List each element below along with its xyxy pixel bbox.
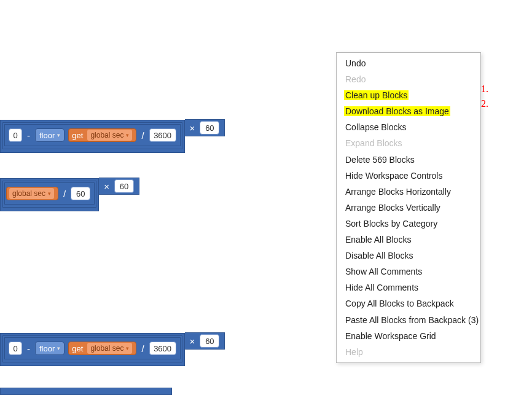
get-variable-block[interactable]: get global sec ▾ [68,342,136,355]
floor-label: floor [39,131,55,140]
menu-item[interactable]: Collapse Blocks [337,119,480,135]
block-row-1: 0 - floor ▾ get global sec ▾ / 3600 [0,120,225,153]
minus-operator: - [26,343,31,354]
menu-item[interactable]: Delete 569 Blocks [337,152,480,168]
variable-dropdown[interactable]: global sec ▾ [9,188,54,199]
get-label: get [71,344,85,353]
number-input[interactable]: 60 [71,187,90,200]
menu-item[interactable]: Undo [337,55,480,71]
floor-dropdown[interactable]: floor ▾ [35,128,65,142]
chevron-down-icon: ▾ [48,190,51,197]
menu-item: Redo [337,71,480,87]
menu-item[interactable]: Copy All Blocks to Backpack [337,295,480,311]
block-row-2: global sec ▾ / 60 × 60 [0,178,139,211]
times-operator: × [189,336,197,346]
floor-dropdown[interactable]: floor ▾ [35,342,65,355]
math-expression-block[interactable]: 0 - floor ▾ get global sec ▾ / 3600 [4,124,181,146]
annotation-2: 2. [481,98,488,109]
get-variable-block[interactable]: global sec ▾ [6,187,58,200]
menu-item[interactable]: Paste All Blocks from Backpack (3) [337,312,480,328]
menu-item[interactable]: Arrange Blocks Vertically [337,200,480,216]
floor-label: floor [39,344,55,353]
multiply-tail-block[interactable]: × 60 [99,178,139,195]
menu-item[interactable]: Download Blocks as Image [337,103,480,119]
variable-dropdown[interactable]: global sec ▾ [87,130,132,141]
menu-item: Expand Blocks [337,135,480,151]
menu-item[interactable]: Enable All Blocks [337,232,480,248]
workspace-context-menu: UndoRedoClean up BlocksDownload Blocks a… [336,52,481,363]
number-input[interactable]: 60 [114,179,134,193]
menu-item[interactable]: Enable Workspace Grid [337,328,480,344]
menu-item[interactable]: Arrange Blocks Horizontally [337,184,480,200]
multiply-tail-block[interactable]: × 60 [185,119,225,136]
divide-operator: / [140,130,145,141]
chevron-down-icon: ▾ [126,345,129,351]
chevron-down-icon: ▾ [126,132,129,138]
number-input[interactable]: 60 [200,121,219,135]
math-expression-block[interactable]: global sec ▾ / 60 [4,182,95,205]
multiply-tail-block[interactable]: × 60 [185,332,225,350]
menu-item: Help [337,344,480,360]
menu-item[interactable]: Sort Blocks by Category [337,216,480,232]
divide-operator: / [62,189,67,199]
number-input[interactable]: 0 [9,342,22,355]
minus-operator: - [26,130,31,141]
divide-operator: / [140,343,145,354]
times-operator: × [103,181,111,192]
number-input[interactable]: 3600 [149,128,176,142]
get-variable-block[interactable]: get global sec ▾ [68,128,136,142]
variable-name: global sec [12,189,45,198]
block-row-3: 0 - floor ▾ get global sec ▾ / 3600 [0,333,225,366]
menu-item[interactable]: Disable All Blocks [337,248,480,264]
variable-dropdown[interactable]: global sec ▾ [87,343,132,354]
variable-name: global sec [90,344,123,353]
annotation-1: 1. [481,84,488,95]
menu-item[interactable]: Show All Comments [337,264,480,280]
number-input[interactable]: 3600 [149,342,176,355]
number-input[interactable]: 0 [9,128,22,142]
chevron-down-icon: ▾ [57,132,60,138]
math-expression-block[interactable]: 0 - floor ▾ get global sec ▾ / 3600 [4,337,181,359]
times-operator: × [189,123,197,133]
block-row-4-strip [0,388,172,395]
number-input[interactable]: 60 [200,334,219,348]
chevron-down-icon: ▾ [57,345,60,351]
menu-item[interactable]: Hide All Comments [337,280,480,295]
get-label: get [71,131,85,140]
variable-name: global sec [90,131,123,139]
menu-item[interactable]: Hide Workspace Controls [337,168,480,184]
menu-item[interactable]: Clean up Blocks [337,87,480,103]
